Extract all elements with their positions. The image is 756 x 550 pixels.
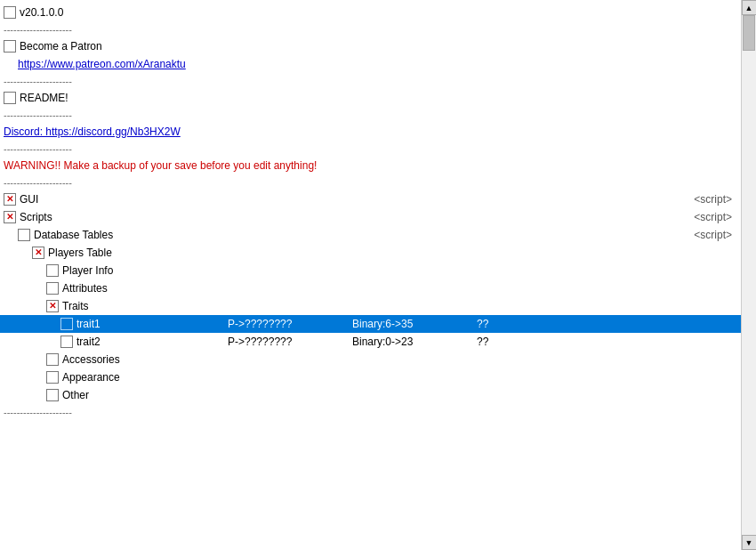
sep5: ---------------------: [0, 174, 741, 190]
patreon-url-item: https://www.patreon.com/xAranaktu: [0, 55, 741, 73]
player-info-label: Player Info: [62, 263, 113, 279]
sep3: ---------------------: [0, 107, 741, 123]
db-tables-checkbox[interactable]: [18, 229, 30, 241]
other-label: Other: [62, 387, 89, 403]
players-table-checkbox[interactable]: ✕: [32, 247, 44, 259]
trait1-label: trait1: [76, 316, 210, 332]
gui-item[interactable]: ✕ GUI <script>: [0, 190, 741, 208]
attributes-item[interactable]: Attributes: [0, 279, 741, 297]
players-table-item[interactable]: ✕ Players Table: [0, 244, 741, 262]
traits-label: Traits: [62, 298, 89, 314]
trait2-label: trait2: [76, 334, 210, 350]
patreon-url[interactable]: https://www.patreon.com/xAranaktu: [18, 56, 186, 72]
scrollbar-track[interactable]: [742, 15, 756, 535]
attributes-checkbox[interactable]: [46, 282, 59, 295]
trait1-col1: P->????????: [210, 316, 352, 332]
scripts-label: Scripts: [20, 209, 52, 225]
discord-label[interactable]: Discord: https://discord.gg/Nb3HX2W: [4, 124, 181, 140]
sep6: ---------------------: [0, 404, 741, 420]
patreon-label: Become a Patron: [20, 38, 102, 54]
other-checkbox[interactable]: [46, 389, 59, 401]
scripts-item[interactable]: ✕ Scripts <script>: [0, 208, 741, 226]
scrollbar-up-button[interactable]: ▲: [742, 0, 757, 15]
appearance-checkbox[interactable]: [46, 371, 59, 384]
accessories-item[interactable]: Accessories: [0, 351, 741, 368]
trait1-item[interactable]: trait1 P->???????? Binary:6->35 ??: [0, 315, 741, 333]
player-info-checkbox[interactable]: [46, 264, 59, 277]
scrollbar[interactable]: ▲ ▼: [741, 0, 756, 550]
version-item: v20.1.0.0: [0, 4, 741, 21]
scrollbar-down-button[interactable]: ▼: [742, 535, 757, 550]
db-tables-script: <script>: [694, 227, 739, 243]
warning-item: WARNING!! Make a backup of your save bef…: [0, 157, 741, 174]
warning-label: WARNING!! Make a backup of your save bef…: [4, 158, 317, 174]
scripts-script: <script>: [694, 209, 739, 225]
version-checkbox[interactable]: [4, 6, 16, 19]
sep4: ---------------------: [0, 141, 741, 157]
scrollbar-thumb[interactable]: [743, 15, 755, 51]
gui-label: GUI: [20, 191, 38, 207]
accessories-label: Accessories: [62, 352, 120, 368]
trait1-col2: Binary:6->35: [352, 316, 477, 332]
appearance-item[interactable]: Appearance: [0, 368, 741, 386]
traits-item[interactable]: ✕ Traits: [0, 297, 741, 315]
db-tables-item[interactable]: Database Tables <script>: [0, 226, 741, 244]
readme-label: README!: [20, 90, 68, 106]
sep1: ---------------------: [0, 21, 741, 37]
patreon-checkbox[interactable]: [4, 40, 16, 53]
sep2: ---------------------: [0, 73, 741, 89]
readme-item: README!: [0, 89, 741, 107]
main-content[interactable]: v20.1.0.0 --------------------- Become a…: [0, 0, 741, 550]
trait2-col2: Binary:0->23: [352, 334, 477, 350]
discord-item: Discord: https://discord.gg/Nb3HX2W: [0, 123, 741, 141]
db-tables-label: Database Tables: [34, 227, 113, 243]
trait2-item[interactable]: trait2 P->???????? Binary:0->23 ??: [0, 333, 741, 351]
patreon-item: Become a Patron: [0, 37, 741, 55]
trait1-col3: ??: [477, 316, 512, 332]
other-item[interactable]: Other: [0, 386, 741, 404]
gui-script: <script>: [694, 191, 739, 207]
gui-checkbox[interactable]: ✕: [4, 193, 16, 206]
trait2-col3: ??: [477, 334, 512, 350]
trait1-checkbox[interactable]: [60, 318, 73, 330]
trait2-col1: P->????????: [210, 334, 352, 350]
accessories-checkbox[interactable]: [46, 353, 59, 366]
player-info-item[interactable]: Player Info: [0, 262, 741, 279]
appearance-label: Appearance: [62, 369, 120, 385]
trait2-checkbox[interactable]: [60, 336, 73, 348]
version-label: v20.1.0.0: [20, 4, 63, 20]
readme-checkbox[interactable]: [4, 92, 16, 104]
scripts-checkbox[interactable]: ✕: [4, 211, 16, 223]
traits-checkbox[interactable]: ✕: [46, 300, 59, 312]
attributes-label: Attributes: [62, 280, 108, 296]
players-table-label: Players Table: [48, 245, 112, 261]
